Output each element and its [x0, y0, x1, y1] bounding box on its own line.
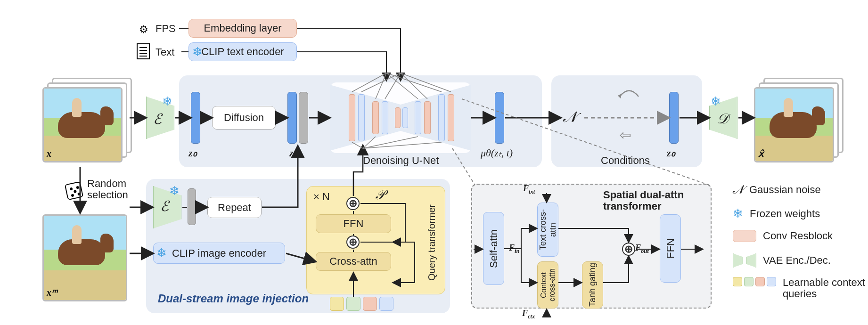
zt-bar-blue	[287, 92, 297, 144]
unet-bar-8	[424, 101, 431, 134]
legend-frozen-weights-label: Frozen weights	[750, 208, 820, 220]
ffn-block: FFN	[316, 214, 391, 233]
plus-circle-bottom: ⊕	[346, 236, 360, 249]
noise-N-label: 𝒩	[563, 108, 575, 126]
random-selection-label: Random selection	[87, 178, 139, 201]
denoising-unet-label: Denoising U-Net	[363, 154, 439, 167]
legend-conv-resblock-icon	[733, 230, 756, 242]
repeat-block: Repeat	[207, 197, 262, 218]
query-token-3	[363, 297, 377, 311]
legend-learnable-queries-label: Learnable context queries	[783, 277, 868, 300]
cross-attn-label: Cross-attn	[329, 255, 377, 268]
x-label: x	[47, 148, 51, 159]
encoder-E-label: ℰ	[153, 111, 162, 127]
image-xm: xᵐ	[42, 214, 132, 301]
xhat-label: x̂	[758, 148, 764, 159]
ffn-spatial-block: FFN	[660, 214, 681, 283]
legend-snowflake-icon: ❄	[733, 206, 743, 221]
diffusion-block: Diffusion	[212, 106, 276, 130]
image-stack-xhat: x̂	[754, 78, 843, 165]
context-cross-attn-label: Context cross-attn	[540, 262, 557, 308]
text-cross-attn-label: Text cross-attn	[538, 203, 558, 256]
clip-text-encoder-block: CLIP text encoder	[188, 42, 297, 61]
z0-right-bar	[669, 92, 679, 144]
F-ctx-label: Fctx	[522, 309, 535, 320]
repeat-label: Repeat	[218, 202, 251, 214]
clip-text-encoder-label: CLIP text encoder	[201, 46, 284, 58]
conditions-label: Conditions	[601, 154, 650, 167]
dual-stream-title: Dual-stream image injection	[158, 292, 309, 305]
decoder-D-label: 𝒟	[716, 111, 728, 127]
text-cross-attn-block: Text cross-attn	[537, 203, 558, 257]
legend-queries-icon	[733, 277, 776, 288]
cross-attn-block: Cross-attn	[316, 252, 391, 271]
diffusion-label: Diffusion	[224, 112, 264, 124]
unet-bar-10	[448, 94, 454, 141]
query-transformer-label: Query transformer	[426, 195, 439, 290]
legend-gaussian-noise-label: Gaussian noise	[749, 184, 821, 196]
spatial-title: Spatial dual-attn transformer	[603, 189, 707, 212]
legend-learnable-queries: Learnable context queries	[733, 277, 868, 300]
snowflake-icon-decoder: ❄	[711, 94, 721, 109]
dice-icon	[65, 181, 83, 200]
ffn-spatial-label: FFN	[664, 238, 677, 259]
F-in-label: Fin	[509, 243, 520, 255]
z0-bar	[191, 92, 200, 144]
unet-bar-3	[372, 101, 379, 134]
clip-image-encoder-block: CLIP image encoder	[153, 243, 285, 264]
clip-image-encoder-label: CLIP image encoder	[172, 247, 266, 260]
query-token-2	[346, 297, 360, 311]
injection-feature-bar	[188, 188, 196, 225]
svg-marker-0	[618, 94, 622, 98]
snowflake-icon-image-encoder: ❄	[156, 246, 167, 260]
fps-icon: ⚙︎	[139, 24, 148, 36]
plus-circle-spatial: ⊕	[622, 243, 635, 256]
embedding-layer-label: Embedding layer	[204, 22, 281, 34]
conditions-arrow-icon: ⇧	[617, 130, 634, 141]
unet-bar-6	[402, 107, 408, 128]
text-doc-icon	[137, 43, 150, 59]
F-txt-label: Ftxt	[523, 184, 535, 195]
ffn-label: FFN	[344, 218, 364, 230]
query-token-4	[379, 297, 393, 311]
legend-conv-resblock-label: Conv Resblock	[763, 230, 833, 242]
snowflake-icon-encoder-main: ❄	[162, 94, 172, 109]
encoder-E-label-2: ℰ	[160, 198, 169, 214]
tanh-gating-label: Tanh gating	[588, 263, 598, 307]
legend-vae-enc-dec: VAE Enc./Dec.	[733, 253, 831, 268]
mu-label: μθ(zₜ, t)	[481, 147, 513, 159]
legend-gaussian-noise: 𝒩 Gaussian noise	[733, 183, 821, 197]
P-label: 𝒫	[375, 187, 384, 203]
embedding-layer-block: Embedding layer	[188, 19, 297, 38]
times-N-label: × N	[313, 191, 330, 203]
unet-bar-4	[382, 101, 388, 134]
unet-bar-9	[438, 94, 445, 141]
self-attn-block: Self-attn	[483, 212, 504, 285]
loop-icon	[615, 82, 643, 101]
tanh-gating-block: Tanh gating	[582, 261, 603, 309]
xm-label: xᵐ	[47, 287, 57, 298]
legend-N-icon: 𝒩	[733, 183, 743, 197]
z0-label: z₀	[188, 147, 197, 159]
F-out-label: Fout	[635, 243, 649, 255]
zt-bar-gray	[299, 92, 308, 144]
legend-vae-enc-dec-label: VAE Enc./Dec.	[763, 254, 831, 267]
legend-vae-icon	[733, 253, 756, 268]
unet-bar-1	[349, 94, 355, 141]
legend-conv-resblock: Conv Resblock	[733, 230, 833, 242]
context-cross-attn-block: Context cross-attn	[537, 261, 558, 309]
self-attn-label: Self-attn	[488, 229, 500, 268]
mu-bar	[495, 92, 504, 144]
text-input-label: Text	[156, 46, 174, 58]
legend-frozen-weights: ❄ Frozen weights	[733, 206, 820, 221]
query-token-1	[330, 297, 344, 311]
fps-label: FPS	[156, 23, 176, 35]
unet-bar-2	[358, 94, 365, 141]
snowflake-icon-text-encoder: ❄	[192, 45, 203, 59]
plus-circle-top: ⊕	[346, 197, 360, 210]
z0-right-label: z₀	[667, 147, 675, 159]
image-stack-x: x	[42, 78, 132, 165]
zt-label: zₜ	[289, 147, 296, 159]
snowflake-icon-encoder-injection: ❄	[169, 184, 180, 198]
unet-bar-5	[395, 107, 401, 128]
